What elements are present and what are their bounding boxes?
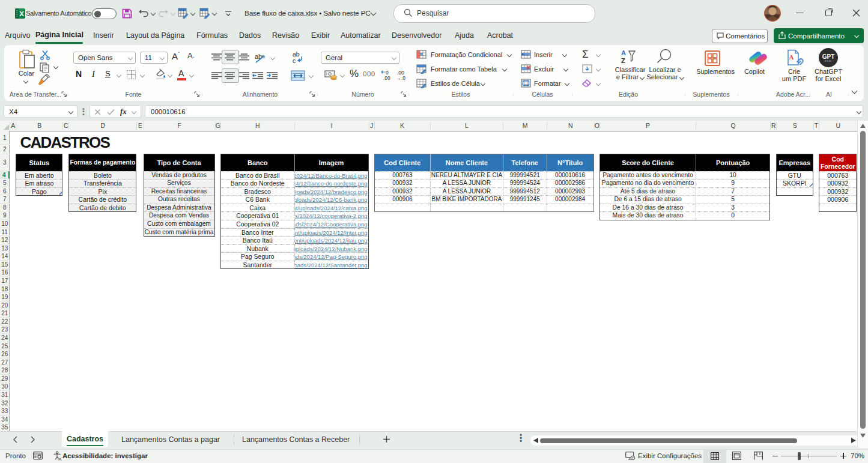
svg-text:.00: .00 [383,75,390,81]
svg-text:→: → [396,75,401,81]
svg-text:Z: Z [621,57,625,64]
svg-text:A: A [621,49,626,56]
svg-text:X: X [19,10,24,17]
svg-text:c: c [293,57,296,64]
svg-text:A: A [789,53,794,61]
svg-text:.0: .0 [401,75,405,81]
